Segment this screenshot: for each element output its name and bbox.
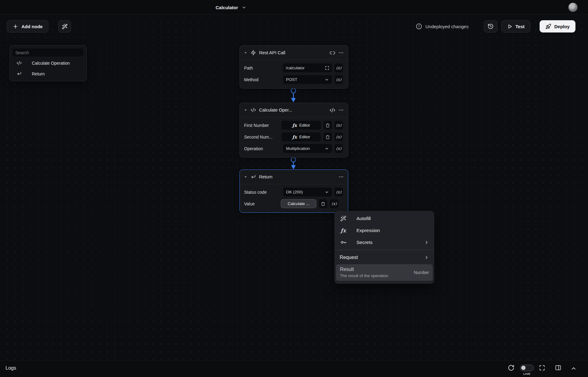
ai-wand-button[interactable] (58, 20, 71, 32)
key-icon (340, 239, 347, 246)
x-token: (x) (336, 146, 341, 151)
node-body: First Number ƒx Editor (x) Second Num... (240, 117, 348, 157)
operation-select[interactable]: Multiplication (283, 144, 332, 153)
trash-icon (326, 123, 330, 128)
refresh-logs-button[interactable] (508, 364, 514, 372)
undeployed-changes-status: Undeployed changes (416, 20, 469, 32)
trash-icon (326, 135, 330, 139)
expression-toggle-button[interactable]: (x) (334, 132, 343, 141)
field-path: Path /calculator (x) (244, 63, 343, 72)
collapse-chevron-icon[interactable] (244, 51, 247, 55)
field-label: Path (244, 66, 283, 70)
value-reference-chip[interactable]: Calculate ... (281, 199, 316, 208)
path-input[interactable]: /calculator (283, 63, 332, 72)
trash-icon (321, 202, 325, 206)
code-icon (251, 107, 256, 113)
value-picker-menu: Autofill ƒx Expression Secrets Request R… (334, 211, 434, 284)
x-token: (x) (336, 77, 341, 82)
live-toggle[interactable] (520, 365, 534, 371)
first-number-editor-button[interactable]: ƒx Editor (281, 121, 321, 130)
x-token: (x) (336, 123, 341, 128)
expression-toggle-button[interactable]: (x) (334, 63, 343, 72)
history-button[interactable] (484, 20, 497, 32)
search-input[interactable] (12, 48, 84, 57)
chevron-down-icon (325, 78, 329, 82)
node-return[interactable]: Return Status code OK (200) (x) (239, 169, 348, 213)
ellipsis-icon[interactable] (338, 174, 344, 180)
delete-value-button[interactable] (323, 121, 332, 130)
delete-value-button[interactable] (323, 132, 332, 141)
search-result-label: Return (32, 71, 45, 76)
node-body: Status code OK (200) (x) Value Calculate… (240, 184, 348, 212)
collapse-chevron-icon[interactable] (244, 175, 247, 179)
expression-toggle-button[interactable]: (x) (334, 121, 343, 130)
field-label: Operation (244, 146, 283, 151)
field-label: Status code (244, 190, 283, 195)
node-title: Calculate Oper... (259, 108, 326, 112)
expand-icon[interactable] (325, 66, 329, 70)
status-code-select[interactable]: OK (200) (283, 188, 332, 196)
play-icon (507, 24, 512, 29)
ellipsis-icon[interactable] (338, 107, 344, 113)
second-number-editor-button[interactable]: ƒx Editor (281, 132, 321, 141)
top-bar: Calculator (0, 0, 588, 15)
node-header: Rest API Call (240, 46, 348, 60)
menu-item-request[interactable]: Request (334, 252, 434, 263)
operation-value: Multiplication (286, 146, 323, 151)
avatar[interactable] (568, 3, 578, 12)
expression-toggle-button[interactable]: (x) (334, 188, 343, 196)
x-token: (x) (336, 135, 341, 139)
node-calculate-operation[interactable]: Calculate Oper... First Number ƒx Editor (239, 103, 348, 158)
search-result-calculate-operation[interactable]: Calculate Operation (12, 58, 84, 68)
menu-item-result[interactable]: Result The result of the operation Numbe… (336, 264, 433, 281)
path-value: /calculator (286, 66, 323, 70)
side-panel-button[interactable] (555, 364, 561, 372)
toggle-knob (521, 366, 526, 370)
search-result-label: Calculate Operation (32, 61, 70, 66)
method-select[interactable]: POST (283, 75, 332, 84)
wand-sparkles-icon (340, 215, 347, 222)
test-label: Test (515, 24, 525, 29)
field-operation: Operation Multiplication (x) (244, 144, 343, 153)
expand-logs-chevron[interactable] (571, 365, 577, 373)
return-icon (251, 174, 256, 180)
collapse-chevron-icon[interactable] (244, 108, 247, 112)
fx-icon: ƒx (340, 227, 347, 234)
result-description: The result of the operation (340, 273, 411, 278)
code-action-icon[interactable] (330, 107, 335, 113)
alert-circle-icon (416, 23, 422, 29)
lightning-icon (251, 50, 256, 55)
field-label: Second Num... (244, 135, 281, 139)
fullscreen-logs-button[interactable] (539, 365, 545, 372)
menu-item-secrets[interactable]: Secrets (334, 236, 434, 248)
deploy-button[interactable]: Deploy (540, 20, 575, 32)
search-result-return[interactable]: Return (12, 69, 84, 78)
flow-title: Calculator (216, 5, 238, 10)
menu-item-autofill[interactable]: Autofill (334, 212, 434, 224)
delete-value-button[interactable] (319, 199, 327, 208)
field-label: Value (244, 201, 281, 206)
menu-item-expression[interactable]: ƒx Expression (334, 224, 434, 236)
expression-toggle-button[interactable]: (x) (334, 75, 343, 84)
node-rest-api-call[interactable]: Rest API Call Path /calculator (x) (239, 45, 348, 89)
logs-label: Logs (6, 365, 16, 371)
add-node-button[interactable]: Add node (7, 20, 48, 32)
ellipsis-icon[interactable] (338, 50, 344, 55)
chip-label: Calculate ... (288, 201, 309, 206)
node-title: Rest API Call (259, 50, 326, 55)
expression-toggle-button[interactable]: (x) (334, 144, 343, 153)
menu-item-label: Expression (356, 228, 429, 233)
link-icon[interactable] (330, 50, 335, 56)
plus-icon (13, 24, 18, 29)
field-label: Method (244, 77, 283, 82)
method-value: POST (286, 77, 323, 82)
wand-sparkles-icon (62, 24, 68, 29)
expression-toggle-button[interactable]: (x) (330, 199, 338, 208)
flow-title-dropdown[interactable]: Calculator (216, 0, 246, 15)
field-method: Method POST (x) (244, 75, 343, 84)
connector-arrow (289, 88, 298, 104)
test-button[interactable]: Test (501, 20, 530, 32)
chevron-down-icon (325, 147, 329, 151)
chevron-right-icon (424, 255, 429, 260)
rocket-icon (545, 24, 551, 29)
